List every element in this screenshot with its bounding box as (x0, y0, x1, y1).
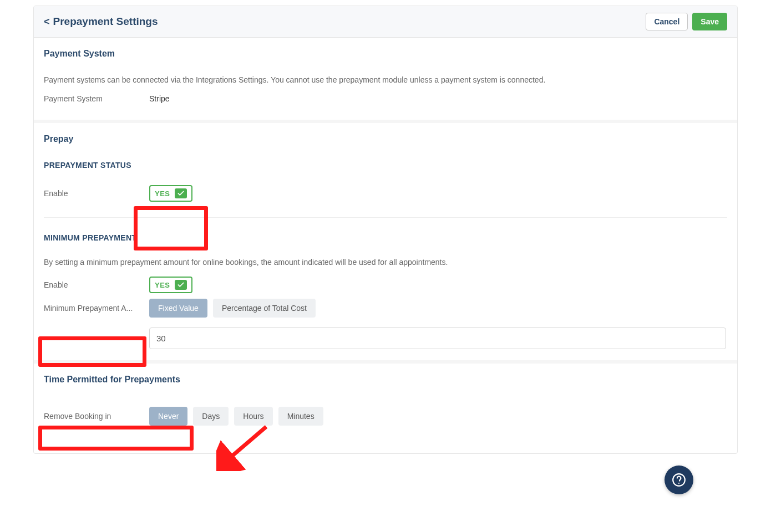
prepayment-status-heading: PREPAYMENT STATUS (44, 161, 727, 170)
check-icon (175, 280, 187, 290)
minimum-prepayment-toggle[interactable]: YES (149, 277, 192, 293)
page-title: Prepayment Settings (53, 16, 158, 28)
time-permitted-title: Time Permitted for Prepayments (44, 375, 727, 385)
toggle-yes-text: YES (155, 190, 170, 198)
toggle-yes-text: YES (155, 281, 170, 289)
prepayment-status-toggle[interactable]: YES (149, 185, 192, 202)
minimum-prepayment-description: By setting a minimum prepayment amount f… (44, 258, 727, 267)
minimum-prepayment-enable-label: Enable (44, 280, 149, 289)
remove-booking-minutes[interactable]: Minutes (278, 407, 323, 426)
check-icon (175, 188, 187, 198)
header-left: < Prepayment Settings (44, 16, 158, 28)
minimum-prepayment-amount-label: Minimum Prepayment A... (44, 304, 149, 313)
header-actions: Cancel Save (646, 13, 727, 30)
remove-booking-days[interactable]: Days (193, 407, 229, 426)
help-button[interactable] (665, 466, 693, 494)
remove-booking-hours[interactable]: Hours (234, 407, 272, 426)
prepayment-type-segmented: Fixed Value Percentage of Total Cost (149, 299, 316, 318)
payment-system-row: Payment System Stripe (44, 94, 727, 103)
payment-system-description: Payment systems can be connected via the… (44, 75, 727, 84)
payment-system-section: Payment System Payment systems can be co… (34, 38, 737, 123)
prepayment-status-row: Enable YES (44, 185, 727, 202)
prepayment-type-fixed-value[interactable]: Fixed Value (149, 299, 207, 318)
prepayment-status-enable-label: Enable (44, 189, 149, 198)
minimum-prepayment-enable-row: Enable YES (44, 277, 727, 293)
remove-booking-segmented: Never Days Hours Minutes (149, 407, 323, 426)
remove-booking-label: Remove Booking in (44, 412, 149, 421)
remove-booking-row: Remove Booking in Never Days Hours Minut… (44, 407, 727, 426)
minimum-prepayment-amount-input[interactable] (149, 328, 726, 349)
header-bar: < Prepayment Settings Cancel Save (34, 6, 737, 38)
remove-booking-never[interactable]: Never (149, 407, 187, 426)
svg-point-3 (678, 483, 679, 484)
prepay-title: Prepay (44, 134, 727, 144)
minimum-prepayment-amount-row: Minimum Prepayment A... Fixed Value Perc… (44, 299, 727, 318)
save-button[interactable]: Save (692, 13, 727, 30)
payment-system-title: Payment System (44, 49, 727, 59)
prepayment-type-percentage[interactable]: Percentage of Total Cost (213, 299, 316, 318)
time-permitted-section: Time Permitted for Prepayments Remove Bo… (34, 364, 737, 453)
divider (44, 217, 727, 218)
help-icon (672, 473, 686, 487)
minimum-prepayment-heading: MINIMUM PREPAYMENT (44, 233, 727, 242)
payment-system-label: Payment System (44, 94, 149, 103)
cancel-button[interactable]: Cancel (646, 13, 688, 30)
payment-system-value: Stripe (149, 94, 170, 103)
back-chevron-icon[interactable]: < (44, 16, 50, 28)
prepay-section: Prepay PREPAYMENT STATUS Enable YES MINI… (34, 123, 737, 364)
